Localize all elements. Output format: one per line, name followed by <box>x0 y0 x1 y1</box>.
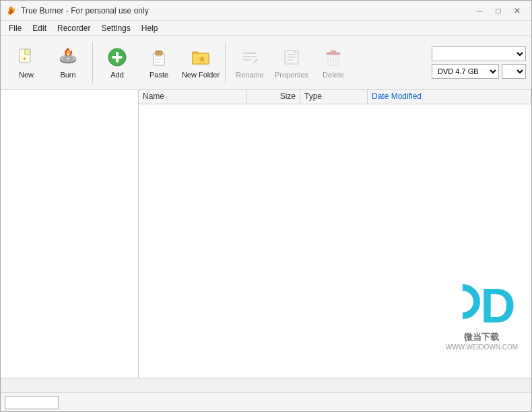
menu-help[interactable]: Help <box>136 22 164 34</box>
new-folder-icon <box>190 46 211 68</box>
file-list-body[interactable]: D 微当下载 WWW.WEIDOWN.COM <box>139 104 531 378</box>
close-button[interactable]: ✕ <box>508 4 526 18</box>
delete-button[interactable]: Delete <box>313 40 354 85</box>
svg-rect-16 <box>155 61 160 63</box>
status-bar <box>1 378 531 392</box>
properties-icon <box>281 46 302 68</box>
menu-settings[interactable]: Settings <box>96 22 135 34</box>
dvd-dropdown-row: DVD 4.7 GB <box>432 64 526 79</box>
add-label: Add <box>110 71 124 79</box>
delete-icon <box>323 46 344 68</box>
separator-2 <box>225 42 226 83</box>
toolbar: ✦ New Burn <box>1 36 531 90</box>
svg-rect-15 <box>155 59 163 60</box>
add-icon <box>106 46 128 68</box>
rename-label: Rename <box>236 71 264 79</box>
burn-label: Burn <box>60 71 75 79</box>
col-size[interactable]: Size <box>246 90 300 104</box>
main-window: True Burner - For personal use only ─ □ … <box>0 0 532 412</box>
new-folder-label: New Folder <box>182 71 220 79</box>
properties-label: Properties <box>275 71 308 79</box>
menu-recorder[interactable]: Recorder <box>52 22 96 34</box>
svg-rect-14 <box>155 56 162 57</box>
bottom-bar <box>1 392 531 411</box>
right-panel: Name Size Type Date Modified D 微当下载 WWW.… <box>139 90 531 378</box>
left-panel[interactable] <box>1 90 139 378</box>
burn-button[interactable]: Burn <box>48 40 88 85</box>
svg-rect-18 <box>243 53 257 54</box>
burn-icon <box>57 46 79 68</box>
svg-rect-25 <box>327 53 340 55</box>
paste-button[interactable]: Paste <box>139 40 179 85</box>
separator-1 <box>92 42 93 83</box>
svg-rect-26 <box>331 50 336 53</box>
window-controls: ─ □ ✕ <box>471 4 526 18</box>
svg-text:✦: ✦ <box>22 56 27 62</box>
rename-icon <box>239 46 261 68</box>
maximize-button[interactable]: □ <box>490 4 507 18</box>
new-button[interactable]: ✦ New <box>6 40 46 85</box>
col-name[interactable]: Name <box>139 90 246 104</box>
window-title: True Burner - For personal use only <box>21 6 471 15</box>
paste-label: Paste <box>149 71 168 79</box>
watermark-url: WWW.WEIDOWN.COM <box>446 343 518 351</box>
watermark-text: 微当下载 <box>464 331 499 343</box>
svg-rect-21 <box>288 54 296 55</box>
delete-label: Delete <box>323 71 344 79</box>
toolbar-right: DVD 4.7 GB <box>432 46 526 79</box>
rename-button[interactable]: Rename <box>230 40 270 85</box>
new-label: New <box>19 71 34 79</box>
new-folder-button[interactable]: New Folder <box>180 40 221 85</box>
watermark: D 微当下载 WWW.WEIDOWN.COM <box>446 281 518 351</box>
watermark-d-letter: D <box>480 281 512 330</box>
watermark-logo: D <box>451 281 512 330</box>
svg-rect-19 <box>243 59 251 61</box>
drive-dropdown-top[interactable] <box>432 46 526 61</box>
svg-rect-22 <box>288 57 296 58</box>
svg-rect-10 <box>112 56 123 59</box>
svg-rect-17 <box>243 56 257 57</box>
main-area: Name Size Type Date Modified D 微当下载 WWW.… <box>1 90 531 378</box>
dvd-size-dropdown[interactable]: DVD 4.7 GB <box>432 64 499 79</box>
col-date[interactable]: Date Modified <box>368 90 531 104</box>
svg-rect-23 <box>288 59 293 61</box>
svg-rect-2 <box>25 49 30 55</box>
menu-edit[interactable]: Edit <box>27 22 52 34</box>
properties-button[interactable]: Properties <box>271 40 312 85</box>
minimize-button[interactable]: ─ <box>471 4 488 18</box>
menu-file[interactable]: File <box>3 22 27 34</box>
title-bar: True Burner - For personal use only ─ □ … <box>1 1 531 21</box>
paste-icon <box>148 46 170 68</box>
new-icon: ✦ <box>15 46 37 68</box>
app-icon <box>6 5 17 16</box>
bottom-input[interactable] <box>5 396 59 409</box>
col-type[interactable]: Type <box>300 90 368 104</box>
svg-point-7 <box>66 57 70 59</box>
svg-rect-13 <box>157 50 161 53</box>
speed-dropdown[interactable] <box>502 64 526 79</box>
add-button[interactable]: Add <box>97 40 137 85</box>
file-list-header: Name Size Type Date Modified <box>139 90 531 104</box>
menu-bar: File Edit Recorder Settings Help <box>1 21 531 36</box>
